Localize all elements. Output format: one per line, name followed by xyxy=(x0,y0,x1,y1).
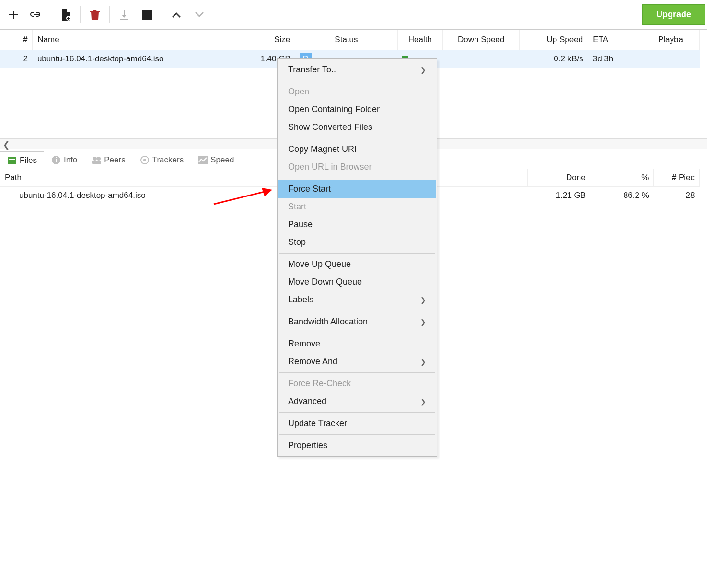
move-up-button[interactable] xyxy=(165,3,188,26)
svg-rect-4 xyxy=(9,159,15,160)
ctx-separator xyxy=(279,138,435,138)
ctx-open-label: Open xyxy=(288,87,309,97)
ctx-properties[interactable]: Properties xyxy=(278,437,436,454)
tab-speed-label: Speed xyxy=(210,155,234,165)
tab-peers-label: Peers xyxy=(104,155,125,165)
col-down[interactable]: Down Speed xyxy=(443,30,520,50)
tab-info[interactable]: Info xyxy=(44,151,84,169)
info-icon xyxy=(51,155,61,165)
ctx-copy-magnet[interactable]: Copy Magnet URI xyxy=(278,140,436,158)
col-name[interactable]: Name xyxy=(33,30,228,50)
ctx-force-start[interactable]: Force Start xyxy=(278,180,436,198)
ctx-move-up[interactable]: Move Up Queue xyxy=(278,255,436,273)
chevron-right-icon: ❯ xyxy=(420,296,426,304)
col-playback[interactable]: Playba xyxy=(653,30,699,50)
ctx-advanced[interactable]: Advanced ❯ xyxy=(278,392,436,410)
create-torrent-button[interactable] xyxy=(54,3,77,26)
toolbar-separator xyxy=(162,6,162,23)
tab-trackers[interactable]: Trackers xyxy=(133,151,191,169)
col-up[interactable]: Up Speed xyxy=(520,30,588,50)
ctx-pause[interactable]: Pause xyxy=(278,216,436,233)
chevron-right-icon: ❯ xyxy=(420,318,426,326)
toolbar-separator xyxy=(80,6,81,23)
peers-icon xyxy=(92,155,101,165)
ctx-open-folder-label: Open Containing Folder xyxy=(288,104,380,115)
ctx-show-converted-label: Show Converted Files xyxy=(288,122,372,132)
ctx-separator xyxy=(279,333,435,333)
ctx-transfer-to[interactable]: Transfer To.. ❯ xyxy=(278,61,436,79)
cell-eta: 3d 3h xyxy=(588,50,653,68)
ctx-transfer-to-label: Transfer To.. xyxy=(288,65,336,75)
stop-button[interactable] xyxy=(136,3,159,26)
ctx-move-down[interactable]: Move Down Queue xyxy=(278,273,436,291)
col-size[interactable]: Size xyxy=(228,30,295,50)
ctx-open: Open xyxy=(278,83,436,101)
ctx-advanced-label: Advanced xyxy=(288,396,326,406)
col-num[interactable]: # xyxy=(0,30,33,50)
upgrade-button[interactable]: Upgrade xyxy=(642,4,705,25)
ctx-separator xyxy=(279,81,435,81)
files-icon xyxy=(7,156,17,165)
ctx-force-recheck-label: Force Re-Check xyxy=(288,379,351,389)
ctx-bandwidth[interactable]: Bandwidth Allocation ❯ xyxy=(278,313,436,331)
fcol-pieces[interactable]: # Piec xyxy=(654,169,700,187)
col-health[interactable]: Health xyxy=(397,30,443,50)
chevron-right-icon: ❯ xyxy=(420,66,426,74)
fcell-path: ubuntu-16.04.1-desktop-amd64.iso xyxy=(0,186,528,204)
ctx-remove[interactable]: Remove xyxy=(278,335,436,353)
svg-rect-8 xyxy=(56,157,57,158)
fcell-pieces: 28 xyxy=(654,186,700,204)
add-torrent-button[interactable] xyxy=(2,3,25,26)
tab-trackers-label: Trackers xyxy=(152,155,184,165)
fcol-pct[interactable]: % xyxy=(591,169,654,187)
cell-up: 0.2 kB/s xyxy=(520,50,588,68)
ctx-stop[interactable]: Stop xyxy=(278,233,436,251)
col-status[interactable]: Status xyxy=(295,30,397,50)
svg-point-9 xyxy=(93,157,97,161)
cell-num: 2 xyxy=(0,50,33,68)
toolbar-separator xyxy=(51,6,51,23)
fcell-done: 1.21 GB xyxy=(528,186,591,204)
stop-icon xyxy=(142,10,152,20)
chevron-right-icon: ❯ xyxy=(420,398,426,405)
ctx-open-url: Open URL in Browser xyxy=(278,158,436,176)
move-down-button[interactable] xyxy=(188,3,211,26)
fcol-path[interactable]: Path xyxy=(0,169,528,187)
scroll-left-icon[interactable]: ❮ xyxy=(3,140,10,150)
ctx-move-down-label: Move Down Queue xyxy=(288,277,362,287)
fcol-done[interactable]: Done xyxy=(528,169,591,187)
ctx-open-folder[interactable]: Open Containing Folder xyxy=(278,101,436,118)
ctx-separator xyxy=(279,178,435,178)
trash-icon xyxy=(90,9,100,21)
ctx-force-start-label: Force Start xyxy=(288,184,331,194)
col-eta[interactable]: ETA xyxy=(588,30,653,50)
trackers-icon xyxy=(140,155,150,165)
delete-button[interactable] xyxy=(83,3,106,26)
chevron-right-icon: ❯ xyxy=(420,358,426,366)
file-new-icon xyxy=(60,9,71,21)
context-menu: Transfer To.. ❯ Open Open Containing Fol… xyxy=(277,58,437,457)
ctx-properties-label: Properties xyxy=(288,440,327,450)
ctx-start-label: Start xyxy=(288,202,306,212)
ctx-remove-and[interactable]: Remove And ❯ xyxy=(278,353,436,370)
ctx-labels[interactable]: Labels ❯ xyxy=(278,291,436,309)
ctx-separator xyxy=(279,412,435,413)
ctx-show-converted[interactable]: Show Converted Files xyxy=(278,118,436,136)
tab-speed[interactable]: Speed xyxy=(191,151,241,169)
toolbar: Upgrade xyxy=(0,0,707,30)
ctx-move-up-label: Move Up Queue xyxy=(288,259,351,269)
ctx-copy-magnet-label: Copy Magnet URI xyxy=(288,144,357,154)
cell-name: ubuntu-16.04.1-desktop-amd64.iso xyxy=(33,50,228,68)
chevron-down-icon xyxy=(194,12,205,18)
tab-files-label: Files xyxy=(20,156,37,165)
cell-playback xyxy=(653,50,699,68)
ctx-update-tracker[interactable]: Update Tracker xyxy=(278,415,436,432)
ctx-pause-label: Pause xyxy=(288,219,313,230)
tab-files[interactable]: Files xyxy=(0,151,44,169)
toolbar-separator xyxy=(109,6,110,23)
tab-peers[interactable]: Peers xyxy=(84,151,132,169)
start-button[interactable] xyxy=(113,3,136,26)
plus-icon xyxy=(8,9,19,21)
add-link-button[interactable] xyxy=(25,3,48,26)
speed-icon xyxy=(198,155,208,165)
